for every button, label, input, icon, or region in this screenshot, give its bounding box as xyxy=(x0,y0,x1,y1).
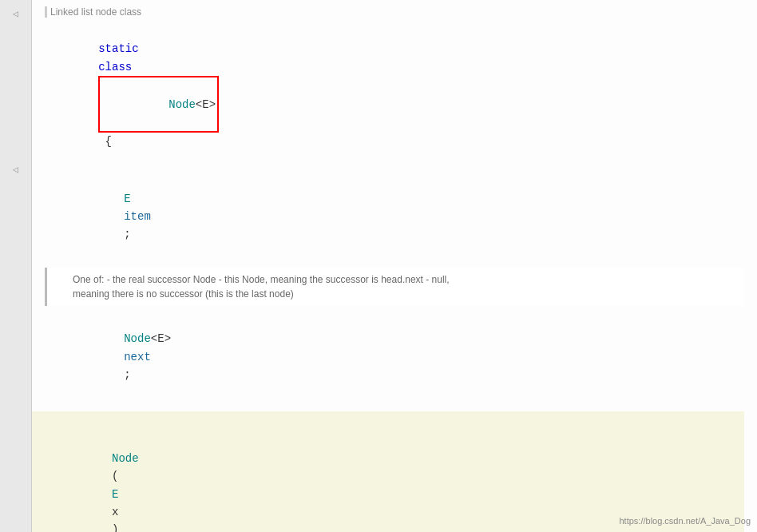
content-area: Linked list node class static class Node… xyxy=(32,0,757,532)
node-type: Node xyxy=(168,98,196,111)
left-gutter: ◁ ◁ xyxy=(0,0,32,532)
gutter-icon-2: ◁ xyxy=(13,164,18,176)
x-param: x xyxy=(112,506,118,518)
item-field-line: E item ; xyxy=(45,170,744,263)
constructor-line: Node ( E x ) { item = x; } xyxy=(32,411,744,532)
class-keyword: class xyxy=(98,61,138,73)
next-field-line: Node<E> next ; xyxy=(45,311,744,403)
e-param-type: E xyxy=(112,488,125,501)
node-type-next: Node xyxy=(124,332,151,345)
e-type: E xyxy=(124,193,137,205)
next-var: next xyxy=(124,351,151,363)
node-class-boxed: Node<E> xyxy=(98,76,219,133)
linked-list-node-section: Linked list node class static class Node… xyxy=(32,0,757,532)
inner-comment-block: One of: - the real successor Node - this… xyxy=(45,268,744,306)
item-var: item xyxy=(124,210,151,223)
watermark: https://blog.csdn.net/A_Java_Dog xyxy=(620,516,751,526)
static-keyword: static xyxy=(98,42,145,55)
class-decl-line: static class Node<E> { xyxy=(45,21,744,170)
gutter-icon-1: ◁ xyxy=(13,8,18,20)
comment-linked-list: Linked list node class xyxy=(45,6,744,18)
node-constructor: Node xyxy=(112,452,139,465)
